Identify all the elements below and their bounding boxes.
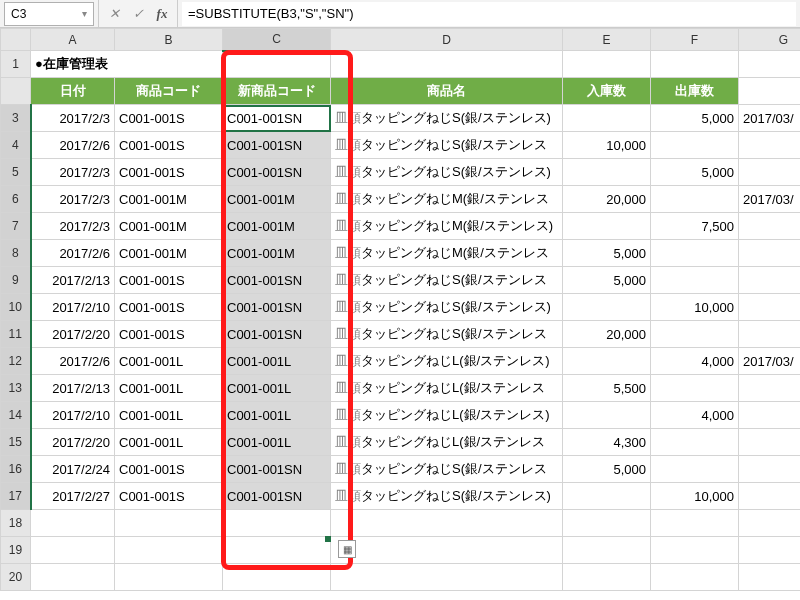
cell-g[interactable] (739, 267, 801, 294)
row-header[interactable] (1, 78, 31, 105)
cell[interactable] (31, 510, 115, 537)
cell-out[interactable]: 10,000 (651, 294, 739, 321)
cell-g[interactable] (739, 132, 801, 159)
cell-newcode[interactable]: C001-001SN (223, 456, 331, 483)
cell-g[interactable]: 2017/03/ (739, 105, 801, 132)
cell-in[interactable] (563, 105, 651, 132)
cell-out[interactable] (651, 429, 739, 456)
cell-in[interactable] (563, 159, 651, 186)
cell-g[interactable] (739, 294, 801, 321)
cell-g[interactable] (739, 321, 801, 348)
cell-code[interactable]: C001-001M (115, 186, 223, 213)
cell-date[interactable]: 2017/2/6 (31, 240, 115, 267)
cell-newcode[interactable]: C001-001SN (223, 321, 331, 348)
cell-code[interactable]: C001-001L (115, 348, 223, 375)
cell-g[interactable] (739, 456, 801, 483)
cell-newcode[interactable]: C001-001M (223, 186, 331, 213)
cell-in[interactable]: 20,000 (563, 321, 651, 348)
cell[interactable] (651, 537, 739, 564)
cell[interactable] (563, 510, 651, 537)
col-header-A[interactable]: A (31, 29, 115, 51)
header-in[interactable]: 入庫数 (563, 78, 651, 105)
cell-in[interactable] (563, 348, 651, 375)
cell-in[interactable]: 20,000 (563, 186, 651, 213)
cell[interactable] (651, 564, 739, 591)
cell-newcode[interactable]: C001-001L (223, 429, 331, 456)
cell-productname[interactable]: 皿頭タッピングねじL(銀/ステンレス (331, 375, 563, 402)
cell-productname[interactable]: 皿頭タッピングねじL(銀/ステンレス) (331, 348, 563, 375)
cell-date[interactable]: 2017/2/13 (31, 375, 115, 402)
row-header[interactable]: 16 (1, 456, 31, 483)
cell-out[interactable] (651, 267, 739, 294)
row-header[interactable]: 18 (1, 510, 31, 537)
cell-date[interactable]: 2017/2/3 (31, 105, 115, 132)
cell[interactable] (563, 564, 651, 591)
cell-out[interactable] (651, 132, 739, 159)
cell-out[interactable]: 4,000 (651, 402, 739, 429)
cell-out[interactable]: 5,000 (651, 105, 739, 132)
cell-newcode[interactable]: C001-001L (223, 375, 331, 402)
cell-productname[interactable]: 皿頭タッピングねじM(銀/ステンレス (331, 186, 563, 213)
cell-code[interactable]: C001-001S (115, 105, 223, 132)
cell-code[interactable]: C001-001S (115, 294, 223, 321)
cell-in[interactable] (563, 213, 651, 240)
cell-g[interactable] (739, 375, 801, 402)
cell-productname[interactable]: 皿頭タッピングねじS(銀/ステンレス) (331, 105, 563, 132)
cell[interactable] (331, 51, 563, 78)
select-all-corner[interactable] (1, 29, 31, 51)
cell-out[interactable]: 5,000 (651, 159, 739, 186)
cell[interactable] (223, 510, 331, 537)
cell-date[interactable]: 2017/2/20 (31, 429, 115, 456)
confirm-icon[interactable]: ✓ (127, 3, 149, 25)
name-box[interactable]: C3 ▾ (4, 2, 94, 26)
worksheet-grid[interactable]: A B C D E F G 1●在庫管理表日付商品コード新商品コード商品名入庫数… (0, 28, 800, 591)
fx-icon[interactable]: fx (151, 3, 173, 25)
cell-productname[interactable]: 皿頭タッピングねじL(銀/ステンレス) (331, 402, 563, 429)
cell[interactable] (331, 564, 563, 591)
cell-code[interactable]: C001-001S (115, 483, 223, 510)
cell-out[interactable]: 4,000 (651, 348, 739, 375)
cell-productname[interactable]: 皿頭タッピングねじS(銀/ステンレス (331, 321, 563, 348)
row-header[interactable]: 11 (1, 321, 31, 348)
cell-productname[interactable]: 皿頭タッピングねじM(銀/ステンレス (331, 240, 563, 267)
row-header[interactable]: 1 (1, 51, 31, 78)
cell-newcode[interactable]: C001-001M (223, 240, 331, 267)
cell-g[interactable]: 2017/03/ (739, 348, 801, 375)
cell[interactable] (31, 537, 115, 564)
cell-productname[interactable]: 皿頭タッピングねじS(銀/ステンレス (331, 267, 563, 294)
cell-in[interactable]: 5,000 (563, 456, 651, 483)
cell-out[interactable] (651, 240, 739, 267)
cell-productname[interactable]: 皿頭タッピングねじS(銀/ステンレス (331, 132, 563, 159)
cell[interactable] (563, 51, 651, 78)
cell-in[interactable]: 5,000 (563, 267, 651, 294)
row-header[interactable]: 7 (1, 213, 31, 240)
row-header[interactable]: 17 (1, 483, 31, 510)
cell-out[interactable] (651, 321, 739, 348)
cell-newcode[interactable]: C001-001SN (223, 132, 331, 159)
row-header[interactable]: 15 (1, 429, 31, 456)
cell-newcode[interactable]: C001-001L (223, 402, 331, 429)
cell-in[interactable] (563, 294, 651, 321)
formula-input[interactable]: =SUBSTITUTE(B3,"S","SN") (182, 2, 796, 26)
cell-date[interactable]: 2017/2/20 (31, 321, 115, 348)
cell-date[interactable]: 2017/2/3 (31, 213, 115, 240)
cell-newcode[interactable]: C001-001SN (223, 159, 331, 186)
cell-code[interactable]: C001-001L (115, 429, 223, 456)
row-header[interactable]: 13 (1, 375, 31, 402)
cell[interactable] (115, 510, 223, 537)
col-header-D[interactable]: D (331, 29, 563, 51)
row-header[interactable]: 4 (1, 132, 31, 159)
cell-date[interactable]: 2017/2/3 (31, 159, 115, 186)
header-date[interactable]: 日付 (31, 78, 115, 105)
header-code[interactable]: 商品コード (115, 78, 223, 105)
cell[interactable] (651, 51, 739, 78)
cell[interactable] (31, 564, 115, 591)
cell-code[interactable]: C001-001S (115, 267, 223, 294)
cell-code[interactable]: C001-001L (115, 375, 223, 402)
cell-code[interactable]: C001-001S (115, 456, 223, 483)
cell-code[interactable]: C001-001M (115, 213, 223, 240)
cell[interactable] (115, 564, 223, 591)
cell-productname[interactable]: 皿頭タッピングねじL(銀/ステンレス (331, 429, 563, 456)
cell-out[interactable]: 7,500 (651, 213, 739, 240)
cell-in[interactable]: 4,300 (563, 429, 651, 456)
